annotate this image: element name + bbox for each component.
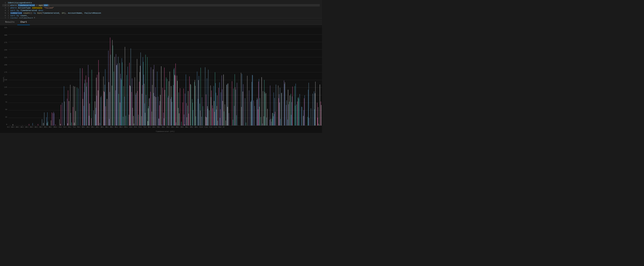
svg-rect-285: [252, 82, 252, 126]
svg-rect-132: [144, 84, 144, 126]
svg-rect-68: [104, 91, 104, 126]
code-line: | sort by count_: [8, 15, 28, 17]
svg-rect-370: [317, 103, 317, 126]
svg-rect-60: [97, 75, 97, 126]
svg-rect-69: [104, 92, 104, 126]
svg-rect-35: [76, 111, 76, 126]
svg-rect-323: [278, 98, 279, 126]
code-line: | where ActionType contains "failed": [8, 7, 54, 9]
svg-rect-255: [223, 75, 224, 126]
svg-rect-309: [270, 120, 270, 126]
svg-rect-302: [264, 116, 264, 126]
x-axis-label: Jan 10: [219, 126, 224, 128]
x-axis: TimeGenerated (UTC) Oct 12Oct 14Oct 16Oc…: [8, 126, 322, 133]
svg-rect-326: [280, 88, 280, 126]
svg-rect-266: [233, 88, 234, 126]
svg-rect-86: [116, 54, 116, 126]
svg-rect-40: [82, 99, 83, 126]
svg-rect-127: [142, 94, 142, 126]
svg-rect-363: [309, 118, 309, 126]
svg-rect-249: [220, 118, 220, 126]
svg-rect-294: [258, 82, 258, 126]
svg-rect-328: [281, 93, 282, 126]
svg-rect-359: [304, 95, 305, 126]
svg-rect-2: [29, 124, 29, 126]
svg-rect-10: [47, 112, 48, 126]
svg-rect-228: [207, 106, 208, 126]
svg-rect-330: [284, 81, 284, 126]
svg-rect-310: [270, 86, 270, 126]
svg-rect-278: [243, 84, 243, 126]
svg-rect-364: [311, 108, 311, 126]
svg-rect-162: [162, 88, 163, 126]
svg-rect-62: [98, 60, 98, 126]
svg-rect-314: [272, 113, 272, 126]
svg-rect-5: [42, 119, 42, 126]
svg-rect-80: [112, 86, 112, 126]
svg-rect-157: [159, 105, 160, 126]
svg-rect-344: [292, 87, 293, 126]
svg-rect-248: [220, 82, 220, 126]
svg-rect-372: [318, 107, 318, 126]
svg-rect-295: [259, 79, 259, 126]
svg-rect-267: [234, 106, 234, 126]
svg-rect-329: [282, 93, 282, 126]
svg-rect-114: [133, 116, 134, 126]
svg-rect-70: [104, 85, 105, 126]
x-axis-label: Dec 9: [144, 126, 149, 128]
svg-rect-3: [32, 123, 33, 126]
svg-rect-327: [280, 119, 280, 126]
line-number: 1: [2, 2, 6, 4]
x-axis-label: Nov 9: [74, 126, 78, 128]
svg-rect-109: [130, 86, 130, 126]
svg-rect-377: [321, 105, 321, 126]
svg-rect-218: [200, 111, 200, 126]
svg-rect-58: [96, 78, 96, 126]
tab-results[interactable]: Results: [2, 20, 17, 25]
svg-rect-293: [258, 109, 258, 126]
y-axis-title: count_: [3, 76, 4, 82]
svg-rect-352: [299, 98, 299, 126]
svg-rect-181: [175, 76, 175, 126]
svg-rect-303: [264, 80, 264, 126]
svg-rect-88: [117, 65, 117, 126]
line-number: 2: [2, 4, 6, 7]
svg-rect-110: [130, 48, 131, 126]
svg-rect-7: [44, 112, 44, 126]
svg-rect-216: [199, 76, 199, 126]
svg-rect-44: [85, 80, 85, 126]
y-axis-label: 225: [4, 57, 7, 59]
x-axis-label: Nov 1: [54, 126, 60, 128]
svg-rect-74: [108, 51, 108, 126]
svg-rect-268: [234, 74, 235, 126]
code-editor[interactable]: 1 IdentityLogonEvents 2 | where TimeGene…: [0, 0, 322, 19]
svg-rect-276: [242, 74, 242, 126]
svg-rect-43: [84, 83, 85, 126]
svg-rect-83: [114, 72, 114, 126]
svg-rect-354: [301, 107, 302, 126]
code-line: | summarize count() by bin(TimeGenerated…: [8, 12, 101, 14]
svg-rect-150: [154, 96, 154, 126]
svg-rect-154: [158, 97, 158, 126]
svg-rect-102: [125, 47, 125, 126]
svg-rect-223: [205, 67, 205, 126]
svg-rect-262: [228, 83, 228, 126]
svg-rect-362: [308, 83, 309, 126]
svg-rect-243: [216, 109, 216, 126]
svg-rect-167: [166, 77, 166, 126]
x-axis-label: Dec 31: [195, 126, 201, 128]
y-axis-label: 0: [6, 124, 7, 126]
x-axis-label: Jan 8: [214, 126, 219, 128]
svg-rect-184: [177, 76, 177, 126]
svg-rect-51: [90, 104, 90, 126]
svg-rect-78: [110, 38, 110, 126]
svg-rect-292: [258, 99, 258, 126]
svg-rect-225: [206, 94, 206, 126]
code-line: | render columnchart ​: [8, 17, 35, 19]
svg-rect-135: [146, 55, 146, 126]
svg-rect-149: [154, 65, 154, 126]
svg-rect-89: [117, 64, 117, 126]
svg-rect-270: [236, 90, 236, 126]
tab-chart[interactable]: Chart: [17, 20, 30, 25]
svg-rect-164: [164, 118, 164, 126]
